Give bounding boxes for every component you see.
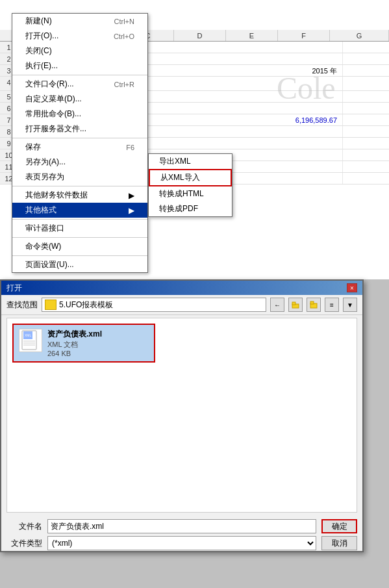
dialog-footer: 文件名 确定 文件类型 (*xml) 取消 <box>1 515 362 554</box>
col-header-g: G <box>330 30 389 41</box>
submenu-item-exportxml[interactable]: 导出XML <box>149 154 232 169</box>
filetype-label: 文件类型 <box>6 538 42 549</box>
menu-item-custommenu[interactable]: 自定义菜单(D)... <box>12 92 147 107</box>
file-icon: XML <box>19 329 42 352</box>
submenu-item-tohtml[interactable]: 转换成HTML <box>149 186 232 201</box>
cole-watermark: Cole <box>277 70 336 106</box>
submenu-item-importxml[interactable]: 从XML导入 <box>149 169 232 186</box>
toolbar-newfolder-btn[interactable] <box>307 298 321 312</box>
filename-label: 文件名 <box>6 521 42 532</box>
dialog-toolbar: 查找范围 5.UFO报表模板 ← ≡ ▼ <box>1 295 362 315</box>
menu-item-otherformat[interactable]: 其他格式 ▶ <box>12 203 147 218</box>
menu-item-cmdclass[interactable]: 命令类(W) <box>12 239 147 254</box>
other-format-submenu: 导出XML 从XML导入 转换成HTML 转换成PDF <box>148 153 232 217</box>
menu-divider-1 <box>12 75 147 75</box>
confirm-button[interactable]: 确定 <box>321 519 357 533</box>
filetype-row: 文件类型 (*xml) 取消 <box>6 536 357 550</box>
filename-row: 文件名 确定 <box>6 519 357 533</box>
file-name: 资产负债表.xml <box>47 329 102 340</box>
file-size: 264 KB <box>47 350 102 357</box>
menu-item-open[interactable]: 打开(O)... Ctrl+O <box>12 29 147 44</box>
folder-icon <box>45 300 56 310</box>
menu-divider-4 <box>12 219 147 220</box>
menu-item-close[interactable]: 关闭(C) <box>12 44 147 58</box>
filetype-select[interactable]: (*xml) <box>47 536 316 550</box>
file-list-area: XML 资产负债表.xml XML 文档 264 KB <box>6 318 357 513</box>
menu-divider-6 <box>12 255 147 256</box>
menu-divider-3 <box>12 186 147 186</box>
path-box: 5.UFO报表模板 <box>42 298 266 312</box>
col-header-e: E <box>226 30 278 41</box>
file-type: XML 文档 <box>47 340 102 350</box>
menu-item-saveas[interactable]: 另存为(A)... <box>12 155 147 170</box>
menu-item-execute[interactable]: 执行(E)... <box>12 58 147 73</box>
svg-rect-1 <box>292 302 295 305</box>
menu-item-otherfinance[interactable]: 其他财务软件数据 ▶ <box>12 188 147 203</box>
col-header-f: F <box>278 30 330 41</box>
menu-item-pagesetup[interactable]: 页面设置(U)... <box>12 257 147 272</box>
toolbar-view-btn[interactable]: ≡ <box>325 298 339 312</box>
filename-input[interactable] <box>47 519 316 533</box>
path-value: 5.UFO报表模板 <box>59 300 113 311</box>
toolbar-dropdown-btn[interactable]: ▼ <box>343 298 357 312</box>
menu-item-save[interactable]: 保存 F6 <box>12 140 147 155</box>
menu-divider-5 <box>12 237 147 238</box>
submenu-item-topdf[interactable]: 转换成PDF <box>149 201 232 216</box>
balance-value: 6,196,589.67 <box>148 114 343 125</box>
cancel-button[interactable]: 取消 <box>321 536 357 550</box>
toolbar-up-btn[interactable] <box>288 298 303 312</box>
dialog-close-button[interactable]: × <box>347 283 357 292</box>
svg-text:XML: XML <box>25 333 32 337</box>
svg-rect-3 <box>310 301 314 304</box>
file-open-dialog: 打开 × 查找范围 5.UFO报表模板 ← ≡ ▼ XML <box>0 279 364 552</box>
menu-item-savepage[interactable]: 表页另存为 <box>12 170 147 185</box>
menu-item-batchcmd[interactable]: 常用批命令(B)... <box>12 107 147 121</box>
menu-item-new[interactable]: 新建(N) Ctrl+N <box>12 14 147 29</box>
col-header-d: D <box>174 30 226 41</box>
dialog-titlebar: 打开 × <box>1 281 362 295</box>
file-dropdown-menu: 新建(N) Ctrl+N 打开(O)... Ctrl+O 关闭(C) 执行(E)… <box>12 13 148 273</box>
dialog-title: 打开 <box>6 283 22 294</box>
menu-item-openserver[interactable]: 打开服务器文件... <box>12 121 147 136</box>
toolbar-back-btn[interactable]: ← <box>270 298 284 312</box>
menu-item-audit[interactable]: 审计器接口 <box>12 221 147 236</box>
file-info: 资产负债表.xml XML 文档 264 KB <box>47 329 102 357</box>
menu-divider-2 <box>12 138 147 138</box>
menu-item-filepassword[interactable]: 文件口令(R)... Ctrl+R <box>12 77 147 92</box>
file-item-xml[interactable]: XML 资产负债表.xml XML 文档 264 KB <box>12 324 155 363</box>
look-in-label: 查找范围 <box>6 300 38 311</box>
